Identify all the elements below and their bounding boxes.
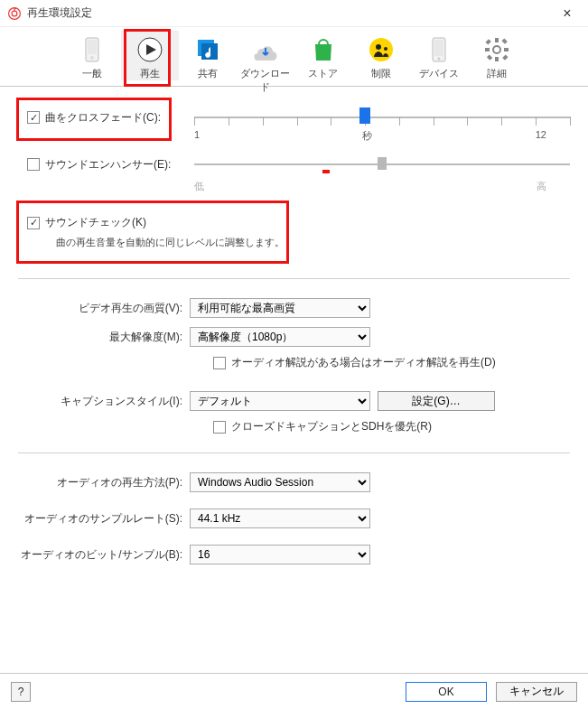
close-icon[interactable]: ×: [554, 5, 581, 22]
svg-rect-17: [495, 57, 499, 61]
bag-icon: [294, 33, 352, 67]
audio-desc-row: オーディオ解説がある場合はオーディオ解説を再生(D): [18, 351, 570, 374]
tabs: 一般 再生 共有 ダウンロード ストア: [0, 27, 588, 87]
soundcheck-checkbox[interactable]: [27, 217, 40, 229]
crossfade-slider[interactable]: [194, 107, 570, 128]
enhancer-row: サウンドエンハンサー(E):: [18, 150, 570, 179]
svg-rect-13: [434, 40, 443, 56]
bits-row: オーディオのビット/サンプル(B): 16: [18, 540, 570, 569]
tab-playback[interactable]: 再生: [121, 31, 179, 80]
svg-rect-16: [495, 38, 499, 42]
svg-rect-21: [502, 54, 508, 60]
window-title: 再生環境設定: [27, 5, 554, 21]
restrictions-icon: [352, 33, 410, 67]
video-quality-label: ビデオ再生の画質(V):: [18, 301, 190, 316]
separator-1: [18, 278, 570, 279]
crossfade-unit: 秒: [362, 129, 372, 143]
svg-point-9: [369, 38, 393, 61]
sample-rate-label: オーディオのサンプルレート(S):: [18, 511, 190, 527]
svg-rect-22: [501, 38, 507, 43]
enhancer-high: 高: [537, 180, 546, 193]
music-files-icon: [179, 33, 237, 67]
content-area: 曲をクロスフェード(C): 1 秒 12: [0, 87, 588, 569]
phone-icon: [410, 33, 468, 67]
footer: ? OK キャンセル: [0, 673, 588, 709]
caption-style-select[interactable]: デフォルト: [190, 391, 370, 411]
svg-rect-23: [486, 54, 491, 60]
app-icon: [7, 6, 22, 21]
preferences-window: 再生環境設定 × 一般 再生 共有 ダウンロード: [0, 0, 588, 709]
cancel-button[interactable]: キャンセル: [496, 682, 577, 702]
highlight-box-soundcheck: [16, 201, 289, 264]
tab-downloads[interactable]: ダウンロード: [237, 31, 294, 94]
bits-label: オーディオのビット/サンプル(B):: [18, 547, 190, 563]
caption-style-row: キャプションスタイル(I): デフォルト 設定(G)…: [18, 387, 570, 415]
svg-point-14: [437, 58, 440, 61]
separator-2: [18, 452, 570, 453]
tab-store[interactable]: ストア: [294, 31, 352, 80]
svg-point-11: [384, 47, 387, 51]
tab-restrictions[interactable]: 制限: [352, 31, 410, 80]
cc-priority-label: クローズドキャプションとSDHを優先(R): [231, 419, 432, 434]
svg-rect-3: [88, 40, 97, 54]
bits-select[interactable]: 16: [190, 545, 370, 564]
tab-devices[interactable]: デバイス: [410, 31, 468, 80]
caption-settings-button[interactable]: 設定(G)…: [378, 391, 495, 411]
crossfade-checkbox[interactable]: [27, 111, 40, 124]
max-res-label: 最大解像度(M):: [18, 330, 190, 345]
cc-priority-checkbox[interactable]: [213, 421, 226, 434]
tab-sharing[interactable]: 共有: [179, 31, 237, 80]
device-icon: [63, 33, 121, 67]
svg-point-1: [12, 11, 17, 16]
svg-point-4: [90, 56, 94, 60]
enhancer-slider[interactable]: [194, 154, 570, 175]
ok-button[interactable]: OK: [406, 682, 487, 702]
crossfade-max: 12: [536, 129, 546, 143]
enhancer-label: サウンドエンハンサー(E):: [45, 157, 171, 173]
cloud-download-icon: [237, 33, 294, 67]
enhancer-checkbox[interactable]: [27, 158, 40, 171]
svg-rect-18: [485, 48, 490, 51]
svg-rect-20: [485, 39, 490, 44]
max-res-row: 最大解像度(M): 高解像度（1080p）: [18, 322, 570, 351]
soundcheck-label: サウンドチェック(K): [45, 215, 146, 230]
enhancer-low: 低: [194, 180, 204, 193]
sample-rate-select[interactable]: 44.1 kHz: [190, 508, 370, 528]
tab-advanced[interactable]: 詳細: [468, 31, 526, 80]
audio-desc-label: オーディオ解説がある場合はオーディオ解説を再生(D): [231, 355, 496, 370]
tab-general[interactable]: 一般: [63, 31, 121, 80]
audio-desc-checkbox[interactable]: [213, 357, 226, 369]
max-res-select[interactable]: 高解像度（1080p）: [190, 327, 370, 347]
soundcheck-desc: 曲の再生音量を自動的に同じレベルに調整します。: [56, 236, 570, 249]
cc-priority-row: クローズドキャプションとSDHを優先(R): [18, 415, 570, 438]
svg-point-10: [376, 44, 381, 50]
svg-point-24: [494, 47, 499, 52]
crossfade-min: 1: [194, 129, 200, 143]
svg-rect-19: [504, 48, 509, 51]
audio-method-select[interactable]: Windows Audio Session: [190, 472, 370, 492]
crossfade-label: 曲をクロスフェード(C):: [45, 110, 161, 126]
crossfade-row: 曲をクロスフェード(C):: [18, 96, 570, 128]
play-icon: [121, 33, 179, 67]
video-quality-row: ビデオ再生の画質(V): 利用可能な最高画質: [18, 294, 570, 322]
audio-method-label: オーディオの再生方法(P):: [18, 475, 190, 490]
sample-rate-row: オーディオのサンプルレート(S): 44.1 kHz: [18, 504, 570, 533]
help-button[interactable]: ?: [11, 682, 31, 702]
audio-method-row: オーディオの再生方法(P): Windows Audio Session: [18, 468, 570, 497]
video-quality-select[interactable]: 利用可能な最高画質: [190, 298, 370, 318]
gear-icon: [468, 33, 526, 67]
caption-style-label: キャプションスタイル(I):: [18, 394, 190, 409]
titlebar: 再生環境設定 ×: [0, 0, 588, 27]
